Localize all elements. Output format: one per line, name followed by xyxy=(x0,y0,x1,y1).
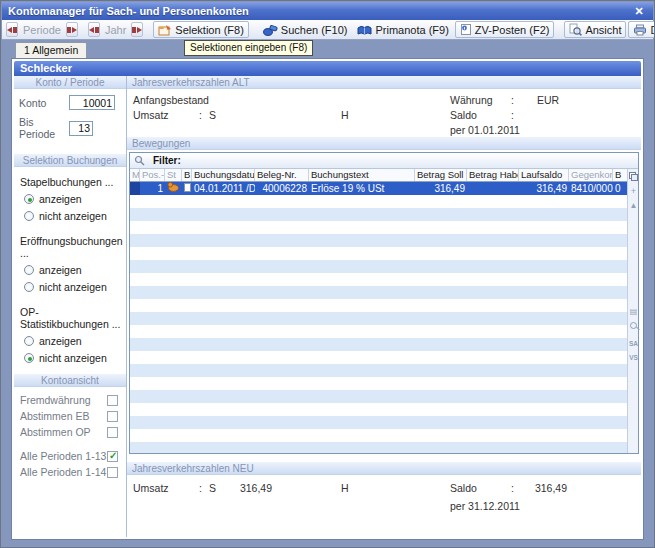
selected-booking-row[interactable]: 1 04.01.2011 /Di 40006228 Erlöse 19 % US… xyxy=(130,182,627,195)
card-view-icon[interactable]: ▤ xyxy=(628,307,639,316)
abstimmen-op-row[interactable]: Abstimmen OP xyxy=(20,426,118,438)
section-konto-periode: Konto / Periode xyxy=(14,76,126,89)
column-header-buchungsdatum[interactable]: Buchungsdatum ▴ xyxy=(192,169,255,181)
grid-body: 1 04.01.2011 /Di 40006228 Erlöse 19 % US… xyxy=(130,182,638,453)
tab-allgemein[interactable]: 1 Allgemein xyxy=(15,42,87,58)
add-row-icon[interactable]: + xyxy=(628,187,639,196)
checkbox-icon[interactable] xyxy=(107,411,118,422)
section-jvz-neu: Jahresverkehrszahlen NEU xyxy=(127,462,641,475)
column-header-buchungstext[interactable]: Buchungstext xyxy=(309,169,415,181)
checkbox-icon[interactable] xyxy=(107,451,118,462)
drucken-button[interactable]: Drucken xyxy=(628,21,655,38)
radio-icon[interactable] xyxy=(24,265,34,275)
hand-icon xyxy=(167,182,179,192)
column-header-gegenkonto[interactable]: Gegenkonto xyxy=(569,169,613,181)
haben-marker: H xyxy=(341,109,349,121)
radio-icon[interactable] xyxy=(24,282,34,292)
primanota-button[interactable]: Primanota (F9) xyxy=(353,21,452,38)
grid-empty-row[interactable] xyxy=(130,403,627,416)
cell-gegenkonto: 8410/000 xyxy=(569,182,613,195)
umsatz-alt-label: Umsatz xyxy=(133,109,169,121)
periode-next-button[interactable] xyxy=(66,22,78,37)
grid-empty-row[interactable] xyxy=(130,377,627,390)
grid-empty-row[interactable] xyxy=(130,416,627,429)
eroeffnung-anzeigen-option[interactable]: anzeigen xyxy=(24,264,126,276)
section-jvz-alt: Jahresverkehrszahlen ALT xyxy=(127,76,641,89)
periode-prev-button[interactable] xyxy=(6,22,18,37)
vs-icon[interactable]: VS xyxy=(628,353,639,362)
grid-empty-row[interactable] xyxy=(130,338,627,351)
cell-posnr: 1 xyxy=(140,182,165,195)
primanota-icon xyxy=(357,24,372,36)
waehrung-label: Währung xyxy=(450,94,493,106)
arrow-left-icon xyxy=(89,27,94,33)
zv-posten-button[interactable]: ZV-Posten (F2) xyxy=(455,21,555,38)
grid-empty-row[interactable] xyxy=(130,221,627,234)
client-header: Schlecker xyxy=(14,61,641,76)
grid-empty-row[interactable] xyxy=(130,273,627,286)
grid-empty-row[interactable] xyxy=(130,312,627,325)
close-button[interactable]: ✕ xyxy=(631,5,647,18)
column-header-betrag-soll[interactable]: Betrag Soll xyxy=(415,169,467,181)
jahr-label: Jahr xyxy=(102,24,129,36)
waehrung-value: EUR xyxy=(537,94,559,106)
alle-perioden-1-14-row[interactable]: Alle Perioden 1-14 xyxy=(20,466,118,478)
op-nicht-anzeigen-option[interactable]: nicht anzeigen xyxy=(24,352,126,364)
grid-empty-row[interactable] xyxy=(130,195,627,208)
grid-empty-row[interactable] xyxy=(130,260,627,273)
ansicht-button[interactable]: Ansicht xyxy=(564,21,626,38)
checkbox-icon[interactable] xyxy=(107,395,118,406)
grid-empty-row[interactable] xyxy=(130,442,627,453)
radio-icon[interactable] xyxy=(24,336,34,346)
grid-empty-row[interactable] xyxy=(130,234,627,247)
eroeffnung-nicht-anzeigen-option[interactable]: nicht anzeigen xyxy=(24,281,126,293)
grid-filter-row[interactable]: Filter: xyxy=(130,153,638,169)
radio-icon[interactable] xyxy=(24,211,34,221)
column-header-posnr[interactable]: Pos.-nr xyxy=(140,169,165,181)
column-header-betrag-haben[interactable]: Betrag Haben xyxy=(467,169,519,181)
grid-empty-row[interactable] xyxy=(130,325,627,338)
grid-empty-row[interactable] xyxy=(130,390,627,403)
anfangsbestand-label: Anfangsbestand xyxy=(133,94,209,106)
grid-empty-row[interactable] xyxy=(130,364,627,377)
radio-icon[interactable] xyxy=(24,353,34,363)
checkbox-icon[interactable] xyxy=(107,467,118,478)
grid-empty-row[interactable] xyxy=(130,286,627,299)
suchen-button[interactable]: Suchen (F10) xyxy=(259,21,352,38)
selektion-button[interactable]: Selektion (F8) xyxy=(153,21,248,38)
stop-square-icon xyxy=(67,27,71,33)
grid-rows: 1 04.01.2011 /Di 40006228 Erlöse 19 % US… xyxy=(130,182,627,453)
abstimmen-eb-row[interactable]: Abstimmen EB xyxy=(20,410,118,422)
konto-input[interactable] xyxy=(69,95,115,110)
grid-empty-row[interactable] xyxy=(130,247,627,260)
sa-icon[interactable]: SA xyxy=(628,339,639,348)
jahr-next-button[interactable] xyxy=(131,22,143,37)
column-header-laufsaldo[interactable]: Laufsaldo xyxy=(519,169,569,181)
jvz-neu-block: Umsatz : S 316,49 H Saldo : 316,49 per 3… xyxy=(127,475,641,537)
jahr-prev-button[interactable] xyxy=(88,22,100,37)
bis-periode-input[interactable] xyxy=(69,121,93,136)
column-header-st[interactable]: St xyxy=(165,169,182,181)
magnifier-icon[interactable] xyxy=(628,322,639,331)
arrow-right-icon xyxy=(72,27,77,33)
op-anzeigen-option[interactable]: anzeigen xyxy=(24,335,126,347)
stapel-nicht-anzeigen-option[interactable]: nicht anzeigen xyxy=(24,210,126,222)
suchen-icon xyxy=(263,24,278,36)
stop-square-icon xyxy=(13,27,17,33)
column-header-b2[interactable]: B xyxy=(613,169,623,181)
column-header-belegnr[interactable]: Beleg-Nr. xyxy=(255,169,309,181)
grid-empty-row[interactable] xyxy=(130,429,627,442)
alle-perioden-1-13-row[interactable]: Alle Perioden 1-13 xyxy=(20,450,118,462)
grid-empty-row[interactable] xyxy=(130,208,627,221)
grid-corner-icon[interactable] xyxy=(628,170,638,182)
column-header-b[interactable]: B xyxy=(182,169,192,181)
radio-icon[interactable] xyxy=(24,194,34,204)
fremdwaehrung-row[interactable]: Fremdwährung xyxy=(20,394,118,406)
cell-buchungstext: Erlöse 19 % USt xyxy=(309,182,415,195)
column-header-m[interactable]: M xyxy=(130,169,140,181)
grid-empty-row[interactable] xyxy=(130,299,627,312)
grid-empty-row[interactable] xyxy=(130,351,627,364)
scroll-up-icon[interactable]: ▲ xyxy=(628,201,639,210)
stapel-anzeigen-option[interactable]: anzeigen xyxy=(24,193,126,205)
checkbox-icon[interactable] xyxy=(107,427,118,438)
